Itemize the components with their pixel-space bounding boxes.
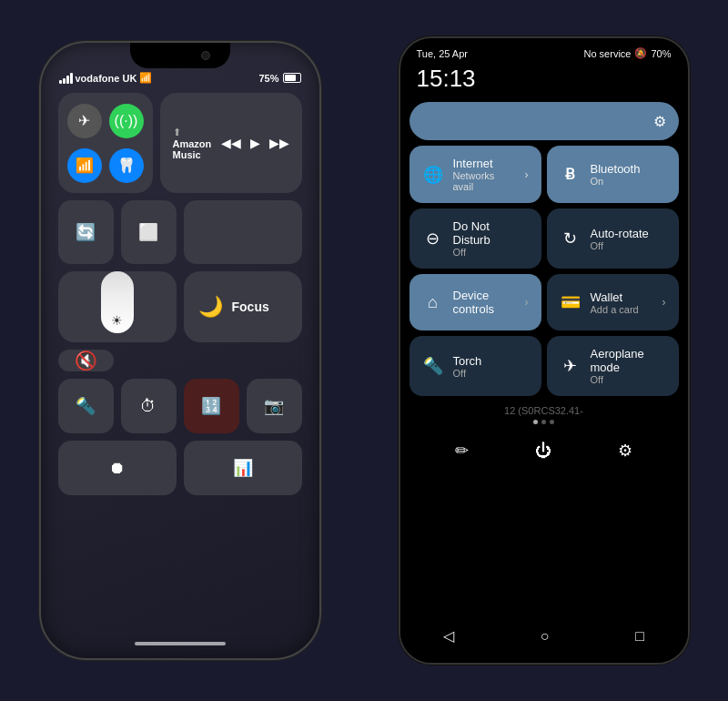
- airplane-button[interactable]: ✈: [67, 104, 102, 138]
- orientation-button[interactable]: 🔄: [58, 200, 114, 264]
- music-title: Amazon Music: [173, 138, 221, 160]
- music-controls[interactable]: ◀◀ ▶ ▶▶: [221, 136, 289, 150]
- internet-sub: Networks avail: [453, 170, 516, 192]
- back-button[interactable]: ◁: [429, 624, 469, 648]
- qs-search-bar[interactable]: ⚙: [410, 102, 679, 140]
- silent-icon: 🔕: [634, 47, 647, 59]
- aeroplane-text: Aeroplane mode Off: [591, 347, 666, 385]
- control-center: ✈ ((·)) 📶 🦷 ⬆ Amazon Music ◀◀ ▶ ▶▶ 🔄 ⬜: [53, 87, 308, 501]
- music-back-button[interactable]: ◀◀: [221, 136, 241, 150]
- moon-icon: 🌙: [198, 295, 223, 319]
- internet-icon: 🌐: [422, 165, 444, 185]
- dot-2: [541, 420, 546, 424]
- android-date: Tue, 25 Apr: [417, 48, 468, 59]
- settings-icon[interactable]: ⚙: [611, 433, 640, 468]
- calculator-button[interactable]: 🔢: [184, 379, 239, 433]
- focus-button[interactable]: 🌙 Focus: [184, 271, 302, 342]
- music-info: ⬆ Amazon Music: [173, 127, 221, 160]
- dnd-icon: ⊖: [422, 229, 444, 249]
- qs-tile-internet[interactable]: 🌐 Internet Networks avail ›: [410, 146, 541, 203]
- iphone-device: vodafone UK 📶 75% ✈ ((·)) 📶 🦷 ⬆ Amazon M…: [39, 41, 321, 660]
- signal-bars-icon: [59, 73, 73, 84]
- qs-tile-wallet[interactable]: 💳 Wallet Add a card ›: [547, 274, 679, 330]
- mute-icon: 🔇: [75, 350, 97, 371]
- qs-tile-aeroplane[interactable]: ✈ Aeroplane mode Off: [547, 336, 679, 396]
- cc-bottom-row: 🔦 ⏱ 🔢 📷: [58, 379, 302, 433]
- wallet-chevron-icon: ›: [662, 296, 666, 309]
- carrier-label: vodafone UK: [76, 73, 137, 84]
- edit-icon[interactable]: ✏: [448, 433, 476, 468]
- home-button[interactable]: ○: [526, 625, 564, 648]
- aeroplane-sub: Off: [591, 374, 666, 385]
- qs-tiles-grid: 🌐 Internet Networks avail › Ƀ Bluetooth …: [410, 146, 679, 396]
- cc-brightness-row: ☀ 🌙 Focus 🔇: [58, 271, 302, 371]
- torch-sub: Off: [453, 368, 482, 379]
- build-label: 12 (S0RCS32.41-: [422, 405, 666, 416]
- torch-text: Torch Off: [453, 354, 482, 379]
- iphone-notch: [130, 43, 230, 68]
- brightness-button[interactable]: ☀: [58, 271, 177, 342]
- android-status-bar: Tue, 25 Apr No service 🔕 70%: [400, 38, 688, 63]
- device-controls-text: Device controls: [453, 289, 516, 316]
- iphone-home-indicator: [135, 642, 226, 645]
- music-play-button[interactable]: ▶: [250, 136, 260, 150]
- camera-button[interactable]: 📷: [247, 379, 302, 433]
- autorotate-text: Auto-rotate Off: [591, 227, 649, 251]
- aeroplane-icon: ✈: [560, 356, 581, 376]
- sound-button[interactable]: 📊: [184, 441, 302, 495]
- wallet-text: Wallet Add a card: [591, 290, 639, 315]
- bluetooth-label: Bluetooth: [591, 162, 641, 176]
- iphone-camera: [201, 51, 210, 60]
- no-service-label: No service: [584, 48, 632, 59]
- settings-gear-icon[interactable]: ⚙: [653, 113, 666, 130]
- autorotate-icon: ↻: [560, 229, 581, 249]
- torch-button[interactable]: 🔦: [58, 379, 114, 433]
- airplay-icon: ⬆: [173, 127, 221, 138]
- focus-label: Focus: [232, 300, 269, 314]
- wifi-button[interactable]: 📶: [67, 148, 102, 183]
- dnd-label: Do Not Disturb: [453, 219, 529, 247]
- music-forward-button[interactable]: ▶▶: [269, 136, 289, 150]
- autorotate-label: Auto-rotate: [591, 227, 649, 240]
- power-icon[interactable]: ⏻: [528, 434, 559, 468]
- battery-icon: [283, 73, 301, 83]
- bluetooth-text: Bluetooth On: [591, 162, 641, 187]
- wallet-label: Wallet: [591, 290, 639, 304]
- iphone-status-bar: vodafone UK 📶 75%: [41, 68, 319, 87]
- mute-button[interactable]: 🔇: [58, 350, 114, 371]
- qs-tile-dnd[interactable]: ⊖ Do Not Disturb Off: [410, 208, 541, 269]
- android-device: Tue, 25 Apr No service 🔕 70% 15:13 ⚙ 🌐 I…: [399, 36, 690, 665]
- device-controls-icon: ⌂: [422, 293, 444, 312]
- dnd-sub: Off: [453, 247, 529, 258]
- torch-icon: 🔦: [422, 356, 444, 376]
- internet-chevron-icon: ›: [525, 168, 529, 181]
- cc-placeholder: [184, 200, 302, 264]
- internet-label: Internet: [453, 157, 516, 170]
- qs-tile-autorotate[interactable]: ↻ Auto-rotate Off: [547, 208, 679, 269]
- timer-button[interactable]: ⏱: [121, 379, 177, 433]
- cc-last-row: ⏺ 📊: [58, 441, 302, 495]
- device-controls-label: Device controls: [453, 289, 516, 316]
- mirror-button[interactable]: ⬜: [121, 200, 177, 264]
- dot-1: [533, 420, 538, 424]
- cc-mid-row: 🔄 ⬜: [58, 200, 302, 264]
- autorotate-sub: Off: [591, 240, 649, 251]
- brightness-icon: ☀: [111, 313, 123, 328]
- iphone-status-left: vodafone UK 📶: [59, 72, 153, 84]
- qs-tile-torch[interactable]: 🔦 Torch Off: [410, 336, 541, 396]
- dot-3: [550, 420, 554, 424]
- cc-music-tile[interactable]: ⬆ Amazon Music ◀◀ ▶ ▶▶: [160, 93, 302, 193]
- qs-tile-device-controls[interactable]: ⌂ Device controls ›: [410, 274, 541, 330]
- android-status-right: No service 🔕 70%: [584, 47, 672, 59]
- wallet-sub: Add a card: [591, 304, 639, 315]
- battery-percent: 75%: [258, 73, 278, 84]
- recents-button[interactable]: □: [621, 625, 659, 648]
- cc-connectivity-tile: ✈ ((·)) 📶 🦷: [58, 93, 153, 193]
- qs-tile-bluetooth[interactable]: Ƀ Bluetooth On: [547, 146, 679, 203]
- cellular-button[interactable]: ((·)): [109, 104, 144, 138]
- screen-record-button[interactable]: ⏺: [58, 441, 177, 495]
- wifi-icon: 📶: [139, 72, 152, 84]
- android-battery: 70%: [651, 48, 671, 59]
- aeroplane-label: Aeroplane mode: [591, 347, 666, 374]
- bluetooth-button[interactable]: 🦷: [109, 148, 144, 183]
